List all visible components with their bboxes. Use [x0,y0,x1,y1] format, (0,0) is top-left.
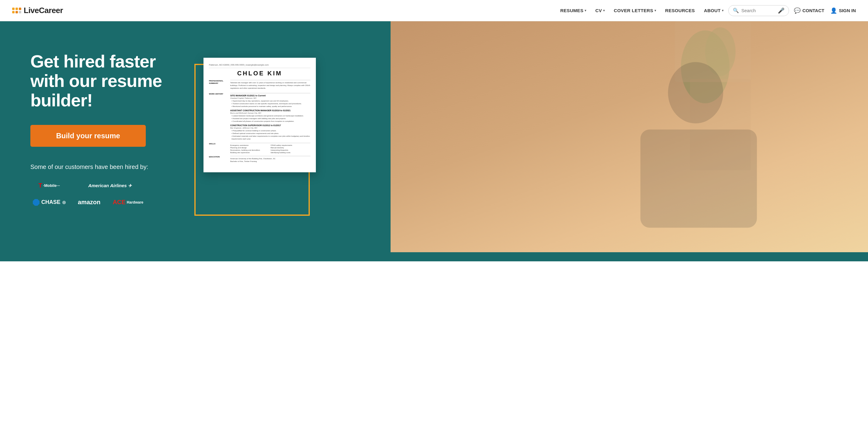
chevron-down-icon: ▾ [722,9,723,12]
logo-dot-1 [12,8,14,10]
section-content-education: American University of the Building Arts… [230,156,310,164]
logo-dots [12,8,21,13]
hero-content: Get hired faster with our resume builder… [0,21,868,252]
tmobile-logo: T ·Mobile··· [30,180,68,191]
main-nav: RESUMES ▾ CV ▾ COVER LETTERS ▾ RESOURCES… [560,8,723,13]
skills-grid: Emergency assistance OSHA safety require… [230,144,310,153]
nav-resources[interactable]: RESOURCES [665,8,695,13]
american-airlines-logo: American Airlines ✈ [74,180,146,191]
logo-text: LiveCareer [24,6,63,15]
nav-cover-letters[interactable]: COVER LETTERS ▾ [614,8,656,13]
job-entry-3: CONSTRUCTION SUPERVISOR 01/2012 to 01/20… [230,124,310,141]
header: LiveCareer RESUMES ▾ CV ▾ COVER LETTERS … [0,0,868,21]
section-label-summary: PROFESSIONAL SUMMARY [209,80,227,91]
resume-section-work: WORK HISTORY SITE MANAGER 01/2021 to Cur… [209,93,310,141]
search-icon: 🔍 [733,8,739,13]
resume-section-summary: PROFESSIONAL SUMMARY Talented site manag… [209,80,310,91]
job-entry-2: ASSISTANT CONSTRUCTION MANAGER 01/2018 t… [230,110,310,123]
resume-preview: Patterson, MO 63956 | 555-555-5555 | exa… [200,55,328,169]
microphone-icon[interactable]: 🎤 [778,7,784,14]
resume-section-skills: SKILLS Emergency assistance OSHA safety … [209,143,310,153]
build-resume-button[interactable]: Build your resume [30,125,146,147]
section-content-summary: Talented site manager with over 11 years… [230,80,310,91]
logo[interactable]: LiveCareer [12,6,63,15]
user-icon: 👤 [830,7,837,14]
chase-logo: CHASE ◎ [30,196,68,208]
chevron-down-icon: ▾ [585,9,586,12]
bottom-bar [0,252,868,261]
search-input[interactable] [741,8,775,13]
brand-logos: T ·Mobile··· American Airlines ✈ CHASE [30,180,146,208]
logo-dot-3 [19,8,21,10]
amazon-logo: amazon [74,196,104,208]
resume-card: Patterson, MO 63956 | 555-555-5555 | exa… [204,58,316,172]
chat-icon: 💬 [794,7,801,14]
chevron-down-icon: ▾ [603,9,605,12]
section-label-skills: SKILLS [209,143,227,153]
customers-text: Some of our customers have been hired by… [30,163,182,171]
resume-section-education: EDUCATION American University of the Bui… [209,156,310,164]
logo-dot-4 [12,11,14,13]
job-entry-1: SITE MANAGER 01/2021 to Current Vreeland… [230,94,310,108]
nav-cv[interactable]: CV ▾ [595,8,605,13]
search-box[interactable]: 🔍 🎤 [728,5,789,16]
section-content-work: SITE MANAGER 01/2021 to Current Vreeland… [230,93,310,141]
section-label-education: EDUCATION [209,156,227,164]
hero-section: Get hired faster with our resume builder… [0,21,868,252]
resume-name: CHLOE KIM [209,70,310,77]
ace-hardware-logo: ACE Hardware [110,196,146,208]
header-right: 💬 CONTACT 👤 SIGN IN [794,7,856,14]
chevron-down-icon: ▾ [654,9,656,12]
logo-dot-2 [16,8,18,10]
hero-left: Get hired faster with our resume builder… [30,46,182,208]
logo-dot-6 [19,11,21,13]
nav-about[interactable]: ABOUT ▾ [704,8,723,13]
section-content-skills: Emergency assistance OSHA safety require… [230,143,310,153]
sign-in-button[interactable]: 👤 SIGN IN [830,7,856,14]
resume-contact-info: Patterson, MO 63956 | 555-555-5555 | exa… [209,64,310,68]
contact-button[interactable]: 💬 CONTACT [794,7,824,14]
section-label-work: WORK HISTORY [209,93,227,141]
nav-resumes[interactable]: RESUMES ▾ [560,8,586,13]
hero-headline: Get hired faster with our resume builder… [30,52,182,110]
logo-dot-5 [16,11,18,13]
chase-icon [33,199,39,206]
